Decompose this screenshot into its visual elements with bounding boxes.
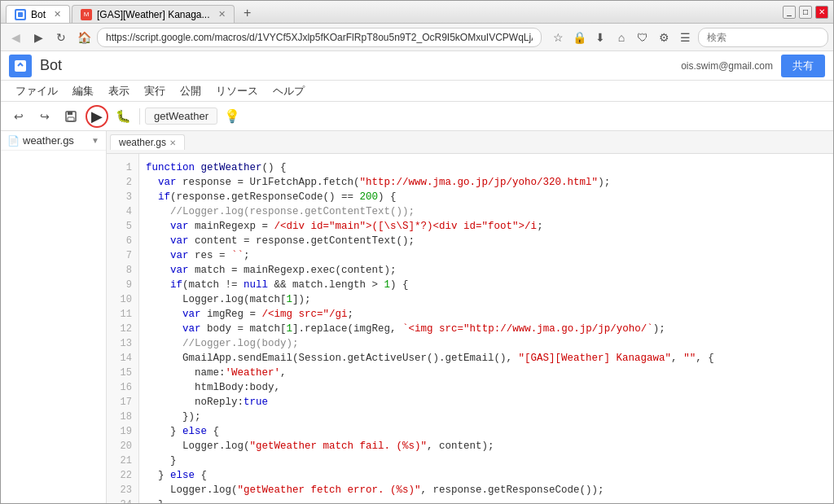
browser-tabs: Bot ✕ M [GAS][Weather] Kanaga... ✕ + <box>6 1 783 23</box>
function-selector[interactable]: getWeather <box>145 107 217 125</box>
line-num-19: 19 <box>107 424 138 439</box>
undo-button[interactable]: ↩ <box>7 105 30 128</box>
line-num-8: 8 <box>107 263 138 278</box>
line-num-20: 20 <box>107 439 138 454</box>
line-num-7: 7 <box>107 248 138 263</box>
menu-resources[interactable]: リソース <box>209 82 265 100</box>
line-num-15: 15 <box>107 366 138 380</box>
tab-label-gmail: [GAS][Weather] Kanaga... <box>97 9 210 20</box>
user-area: ois.swim@gmail.com 共有 <box>681 55 825 77</box>
editor-tabs: weather.gs ✕ <box>107 131 833 154</box>
new-tab-button[interactable]: + <box>238 3 257 23</box>
debug-button[interactable]: 🐛 <box>112 105 134 128</box>
editor-tab-label: weather.gs <box>119 137 166 148</box>
share-button[interactable]: 共有 <box>781 55 825 77</box>
browser-tab-gmail[interactable]: M [GAS][Weather] Kanaga... ✕ <box>72 5 235 23</box>
lock-icon[interactable]: 🔒 <box>569 28 589 47</box>
menu-edit[interactable]: 編集 <box>66 82 100 100</box>
app-title: Bot <box>40 57 62 74</box>
star-icon[interactable]: ☆ <box>548 28 568 47</box>
line-num-23: 23 <box>107 483 138 497</box>
search-input[interactable] <box>698 28 828 47</box>
shield-icon[interactable]: 🛡 <box>633 28 652 47</box>
line-num-17: 17 <box>107 395 138 410</box>
app-logo <box>9 55 32 77</box>
close-button[interactable]: ✕ <box>815 6 828 19</box>
menu-file[interactable]: ファイル <box>9 82 64 100</box>
minimize-button[interactable]: _ <box>783 6 796 19</box>
svg-rect-2 <box>15 60 26 72</box>
editor-area: weather.gs ✕ 1 2 3 4 5 6 7 8 9 10 11 <box>107 131 833 503</box>
address-bar: ◀ ▶ ↻ 🏠 ☆ 🔒 ⬇ ⌂ 🛡 ⚙ ☰ <box>1 24 833 51</box>
app-header: Bot ois.swim@gmail.com 共有 <box>1 51 833 81</box>
settings-icon[interactable]: ⚙ <box>654 28 674 47</box>
browser-tab-bot[interactable]: Bot ✕ <box>6 5 70 23</box>
code-area[interactable]: 1 2 3 4 5 6 7 8 9 10 11 12 13 14 15 16 1 <box>107 154 833 503</box>
download-icon[interactable]: ⬇ <box>590 28 610 47</box>
file-chevron: ▼ <box>91 136 99 145</box>
line-num-6: 6 <box>107 234 138 248</box>
function-hint-button[interactable]: 💡 <box>221 105 244 128</box>
back-button[interactable]: ◀ <box>6 28 25 47</box>
line-num-9: 9 <box>107 278 138 292</box>
line-num-3: 3 <box>107 190 138 204</box>
line-num-16: 16 <box>107 380 138 395</box>
tab-close-gmail[interactable]: ✕ <box>218 9 226 20</box>
toolbar: ↩ ↪ ▶ 🐛 getWeather 💡 <box>1 102 833 131</box>
menu-publish[interactable]: 公開 <box>173 82 208 100</box>
line-num-5: 5 <box>107 219 138 234</box>
app-logo-area: Bot <box>9 55 681 77</box>
maximize-button[interactable]: □ <box>799 6 812 19</box>
line-numbers: 1 2 3 4 5 6 7 8 9 10 11 12 13 14 15 16 1 <box>107 154 139 503</box>
tab-favicon-gmail: M <box>81 9 92 20</box>
run-button[interactable]: ▶ <box>86 105 108 128</box>
line-num-4: 4 <box>107 204 138 219</box>
svg-rect-4 <box>68 112 72 115</box>
window-controls: _ □ ✕ <box>783 6 828 19</box>
sidebar: 📄 weather.gs ▼ <box>1 131 107 503</box>
line-num-14: 14 <box>107 351 138 366</box>
menu-icon[interactable]: ☰ <box>675 28 695 47</box>
line-num-13: 13 <box>107 336 138 351</box>
editor-tab-weather[interactable]: weather.gs ✕ <box>110 134 185 150</box>
tab-label-bot: Bot <box>31 9 46 20</box>
svg-rect-1 <box>18 12 23 17</box>
line-num-22: 22 <box>107 468 138 483</box>
browser-toolbar: ☆ 🔒 ⬇ ⌂ 🛡 ⚙ ☰ <box>548 28 695 47</box>
user-email: ois.swim@gmail.com <box>681 60 773 72</box>
line-num-21: 21 <box>107 454 138 468</box>
redo-button[interactable]: ↪ <box>33 105 56 128</box>
refresh-button[interactable]: ↻ <box>51 28 71 47</box>
home-button[interactable]: 🏠 <box>74 28 94 47</box>
home-icon2[interactable]: ⌂ <box>612 28 631 47</box>
url-input[interactable] <box>97 28 542 47</box>
save-button[interactable] <box>59 105 82 128</box>
menu-help[interactable]: ヘルプ <box>266 82 311 100</box>
file-icon: 📄 <box>7 135 20 147</box>
menu-run[interactable]: 実行 <box>138 82 172 100</box>
tab-close-bot[interactable]: ✕ <box>54 9 61 20</box>
code-content[interactable]: function getWeather() { var response = U… <box>139 154 833 503</box>
main-content: 📄 weather.gs ▼ weather.gs ✕ 1 2 3 4 <box>1 131 833 503</box>
line-num-12: 12 <box>107 322 138 336</box>
menu-bar: ファイル 編集 表示 実行 公開 リソース ヘルプ <box>1 81 833 102</box>
line-num-11: 11 <box>107 307 138 322</box>
title-bar: Bot ✕ M [GAS][Weather] Kanaga... ✕ + _ □… <box>1 1 833 24</box>
line-num-2: 2 <box>107 175 138 190</box>
main-window: Bot ✕ M [GAS][Weather] Kanaga... ✕ + _ □… <box>0 0 834 504</box>
line-num-1: 1 <box>107 160 138 175</box>
line-num-18: 18 <box>107 410 138 424</box>
tab-favicon-bot <box>15 9 26 20</box>
forward-button[interactable]: ▶ <box>29 28 48 47</box>
menu-view[interactable]: 表示 <box>102 82 136 100</box>
line-num-24: 24 <box>107 497 138 503</box>
file-name: weather.gs <box>23 134 74 147</box>
toolbar-separator <box>139 108 140 125</box>
editor-tab-close[interactable]: ✕ <box>169 138 176 147</box>
file-item-weather[interactable]: 📄 weather.gs ▼ <box>1 131 106 151</box>
line-num-10: 10 <box>107 292 138 307</box>
